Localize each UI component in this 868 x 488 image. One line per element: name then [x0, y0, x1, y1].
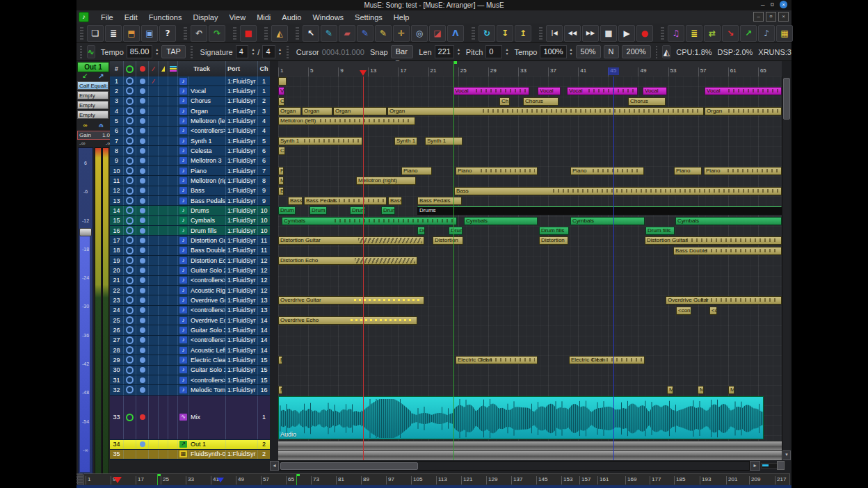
solo-toggle[interactable]	[159, 440, 168, 449]
mute-toggle[interactable]	[149, 97, 159, 106]
monitor-toggle[interactable]	[136, 375, 149, 384]
arranger-track-lane[interactable]: ElElectric CleanElectric Clean	[278, 355, 782, 365]
track-channel[interactable]: 7	[258, 166, 270, 175]
pointer-tool-button[interactable]: ↖	[303, 25, 319, 42]
record-arm-toggle[interactable]	[124, 156, 136, 165]
arranger-clip[interactable]: Distortion	[433, 236, 463, 245]
track-row[interactable]: 8♪Celesta1:FluidSyr6	[110, 146, 270, 156]
solo-toggle[interactable]	[159, 450, 168, 459]
track-row[interactable]: 10♪Piano1:FluidSyr7	[110, 166, 270, 176]
monitor-toggle[interactable]	[136, 295, 149, 304]
arranger-clip[interactable]: Ch	[499, 97, 510, 106]
track-channel[interactable]: 1	[258, 396, 270, 439]
solo-toggle[interactable]	[159, 176, 168, 185]
track-channel[interactable]: 6	[258, 146, 270, 155]
undo-button[interactable]: ↶	[191, 25, 207, 42]
monitor-toggle[interactable]	[136, 246, 149, 255]
arranger-track-lane[interactable]: OrganOrganOrganOrganOrgan	[278, 106, 782, 116]
track-row[interactable]: 35▦FluidSynth-01:FluidSyr2	[110, 450, 270, 459]
track-row[interactable]: 12♪Bass1:FluidSyr9	[110, 186, 270, 196]
toolbar-grip[interactable]	[80, 46, 82, 58]
new-file-button[interactable]: ❏	[87, 25, 104, 42]
tempo-normal-button[interactable]: N	[604, 45, 619, 58]
record-arm-toggle[interactable]	[124, 76, 136, 86]
track-port[interactable]: 1:FluidSyr	[226, 366, 258, 375]
arranger-clip[interactable]: Overdrive Echo	[278, 316, 417, 325]
mute-toggle[interactable]	[149, 127, 159, 136]
track-row[interactable]: 28♪Acoustic Left1:FluidSyr14	[110, 345, 270, 355]
track-row[interactable]: 17♪Distortion Guitar1:FluidSyr11	[110, 236, 270, 245]
track-row[interactable]: 23♪Overdrive Guitar1:FluidSyr13	[110, 295, 270, 305]
monitor-toggle[interactable]	[136, 325, 149, 334]
header-class-icon[interactable]	[168, 61, 178, 76]
track-class-cell[interactable]	[168, 106, 178, 115]
arranger-clip[interactable]: Piano	[456, 167, 538, 175]
menu-midi[interactable]: Midi	[252, 13, 275, 22]
track-port[interactable]: 1:FluidSyr	[226, 97, 258, 106]
track-port[interactable]: 1:FluidSyr	[226, 325, 258, 334]
track-class-cell[interactable]	[168, 186, 178, 195]
loop-button[interactable]: ↻	[479, 25, 495, 42]
record-arm-toggle[interactable]	[124, 196, 136, 205]
track-port[interactable]: 1:FluidSyr	[226, 286, 258, 295]
arranger-clip[interactable]: Overdrive Guitar	[666, 296, 782, 304]
track-name[interactable]: Mellotron 3	[189, 156, 226, 165]
mute-toggle[interactable]	[149, 206, 159, 215]
zoom-tool-button[interactable]: ◎	[411, 25, 428, 42]
scroll-down-icon[interactable]: ▼	[782, 450, 791, 460]
mute-toggle[interactable]	[149, 226, 159, 235]
solo-toggle[interactable]	[159, 236, 168, 245]
arranger-clip[interactable]: Synth 1	[394, 137, 417, 145]
arranger-clip[interactable]: Distortion Guitar	[645, 236, 782, 245]
track-row[interactable]: 19♪Distortion Echo1:FluidSyr12	[110, 256, 270, 266]
menu-windows[interactable]: Windows	[307, 13, 348, 22]
track-row[interactable]: 1⁄♪1:FluidSyr1	[110, 76, 270, 86]
mute-toggle[interactable]	[149, 345, 159, 355]
track-port[interactable]	[226, 396, 258, 439]
header-port[interactable]: Port	[226, 61, 258, 76]
restore-button[interactable]: ¤	[770, 1, 774, 8]
signature-denominator-spinner[interactable]: ▲▼	[278, 48, 282, 56]
track-name[interactable]: Vocal	[189, 86, 226, 95]
track-name[interactable]: Electric Clean	[189, 355, 226, 364]
track-name[interactable]: Guitar Solo 2	[189, 266, 226, 275]
mute-toggle[interactable]	[149, 355, 159, 364]
menu-help[interactable]: Help	[389, 13, 415, 22]
monitor-toggle[interactable]	[136, 236, 149, 245]
toolbar-grip[interactable]	[184, 27, 187, 40]
track-class-cell[interactable]	[168, 345, 178, 355]
record-arm-toggle[interactable]	[124, 166, 136, 175]
track-row[interactable]: 34↗Out 12	[110, 440, 270, 450]
track-class-cell[interactable]	[168, 86, 178, 95]
arranger-clip[interactable]: <c	[709, 307, 717, 315]
record-arm-toggle[interactable]	[124, 256, 136, 265]
track-port[interactable]: 1:FluidSyr	[226, 306, 258, 315]
record-arm-toggle[interactable]	[124, 325, 136, 334]
toolbar-grip[interactable]	[661, 27, 664, 40]
solo-toggle[interactable]	[159, 366, 168, 375]
list-editor-button[interactable]: ≣	[686, 25, 702, 42]
record-arm-toggle[interactable]	[124, 226, 136, 235]
track-class-cell[interactable]	[168, 266, 178, 275]
solo-toggle[interactable]	[159, 396, 168, 439]
monitor-toggle[interactable]	[136, 396, 149, 439]
solo-toggle[interactable]	[159, 216, 168, 225]
arranger-clip[interactable]: Drum	[278, 206, 296, 215]
record-arm-toggle[interactable]	[124, 266, 136, 275]
track-channel[interactable]: 14	[258, 316, 270, 325]
track-class-cell[interactable]	[168, 385, 178, 394]
tempo-200-button[interactable]: 200%	[622, 45, 651, 58]
tap-button[interactable]: TAP	[161, 45, 186, 58]
arranger-track-lane[interactable]	[278, 266, 782, 275]
arranger-track-lane[interactable]	[278, 325, 782, 335]
right-loop-marker-icon[interactable]	[608, 67, 619, 75]
track-class-cell[interactable]	[168, 146, 178, 155]
track-row[interactable]: 20♪Guitar Solo 21:FluidSyr12	[110, 266, 270, 275]
arranger-canvas[interactable]: VoVocalVocalVocalVocalVocalChChChorusCho…	[278, 76, 782, 460]
track-port[interactable]: 1:FluidSyr	[226, 316, 258, 325]
arranger-clip[interactable]: Chorus	[628, 97, 666, 106]
arranger-clip[interactable]: Cymbals	[282, 217, 457, 225]
gain-control[interactable]: Gain 1.0	[77, 131, 112, 140]
track-name[interactable]: Drums	[189, 206, 226, 215]
metronome-toggle-icon[interactable]: ◭	[662, 45, 670, 58]
